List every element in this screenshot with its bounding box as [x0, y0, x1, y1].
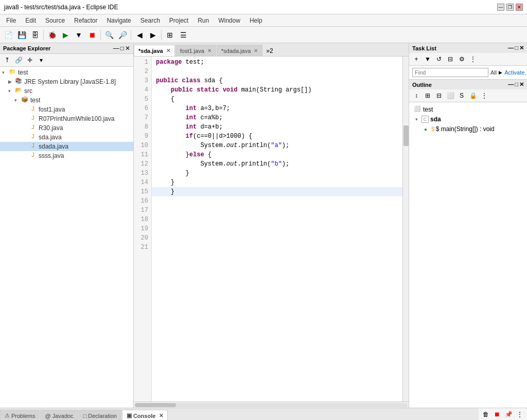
editor-vertical-scrollbar[interactable]	[402, 57, 409, 401]
editor-horizontal-scrollbar[interactable]	[134, 401, 409, 408]
close-button[interactable]: ✕	[516, 4, 523, 11]
tab-sda-close-icon[interactable]: ✕	[166, 48, 170, 53]
outline-sort-button[interactable]: ↕	[411, 90, 421, 101]
tl-settings-button[interactable]: ⚙	[456, 54, 467, 64]
tree-item-ssss[interactable]: ▶ J ssss.java	[0, 151, 133, 160]
new-button[interactable]: 📄	[2, 29, 14, 41]
console-clear-button[interactable]: 🗑	[481, 409, 491, 419]
outline-group-button[interactable]: ⊞	[423, 90, 433, 101]
menu-window[interactable]: Window	[214, 16, 244, 25]
h-scroll-thumb[interactable]	[135, 403, 176, 407]
editor-scrollbar-thumb[interactable]	[403, 125, 409, 146]
outline-minimize-icon[interactable]: —	[508, 81, 514, 88]
tab-fost1-close-icon[interactable]: ✕	[207, 48, 212, 53]
task-list-activate-button[interactable]: Activate...	[504, 69, 527, 76]
minimize-button[interactable]: —	[497, 4, 504, 11]
pe-new-button[interactable]: ✛	[25, 55, 35, 65]
tree-item-r30[interactable]: ▶ J R30.java	[0, 123, 133, 133]
menu-search[interactable]: Search	[136, 16, 164, 25]
outline-maximize-icon[interactable]: □	[515, 81, 518, 88]
tab-overflow-button[interactable]: »2	[263, 46, 276, 56]
tab-sdada[interactable]: *sdada.java ✕	[217, 45, 263, 56]
tab-fost1[interactable]: fost1.java ✕	[175, 45, 216, 56]
tab-javadoc[interactable]: @ Javadoc	[40, 410, 78, 420]
task-list-all-button[interactable]: All	[490, 69, 497, 76]
no-arrow: ▶	[23, 107, 29, 112]
outline-hide-static-button[interactable]: S	[456, 90, 467, 101]
outline-filter-button[interactable]: ⊟	[434, 90, 444, 101]
code-editor[interactable]: 1234 5678 9101112 13141516 17181920 21 p…	[134, 57, 409, 401]
view-button[interactable]: ☰	[177, 29, 189, 41]
tree-item-src[interactable]: ▾ 📂 src	[0, 86, 133, 96]
outline-close-icon[interactable]: ✕	[519, 81, 524, 88]
tl-filter-button[interactable]: ▼	[423, 54, 433, 64]
pe-collapse-all-button[interactable]: ⤒	[2, 55, 12, 65]
save-button[interactable]: 💾	[15, 29, 28, 41]
tl-refresh-button[interactable]: ↺	[434, 54, 444, 64]
console-pin-button[interactable]: 📌	[503, 409, 514, 419]
tab-sda[interactable]: *sda.java ✕	[134, 45, 175, 56]
outline-item-sda-class[interactable]: ▾ C sda	[411, 115, 525, 124]
tl-new-button[interactable]: +	[411, 54, 421, 64]
expand-arrow[interactable]: ▾	[2, 70, 8, 75]
menu-edit[interactable]: Edit	[21, 16, 40, 25]
menu-help[interactable]: Help	[245, 16, 267, 25]
expand-arrow[interactable]: ▶	[8, 79, 14, 84]
outline-more-button[interactable]: ⋮	[479, 90, 489, 101]
save-all-button[interactable]: 🗄	[29, 29, 41, 41]
next-edit-button[interactable]: ▶	[147, 29, 159, 41]
tab-problems[interactable]: ⚠ Problems	[0, 410, 40, 420]
tree-label-sdada: sdada.java	[39, 143, 68, 150]
stop-button[interactable]: ⏹	[86, 29, 98, 41]
outline-expand-arrow[interactable]: ▾	[415, 117, 421, 122]
pe-menu-button[interactable]: ▾	[36, 55, 46, 65]
tab-sdada-close-icon[interactable]: ✕	[254, 48, 258, 53]
pe-link-editor-button[interactable]: 🔗	[13, 55, 24, 65]
pe-minimize-icon[interactable]: —	[113, 45, 119, 52]
outline-hide-nonpublic-button[interactable]: 🔒	[468, 90, 478, 101]
run-button[interactable]: ▶	[59, 29, 72, 41]
open-type-button[interactable]: 🔍	[103, 29, 115, 41]
console-stop-button[interactable]: ⏹	[492, 409, 502, 419]
task-list-search-input[interactable]	[412, 68, 488, 77]
outline-item-test-package[interactable]: ⬜ test	[411, 104, 525, 115]
tl-more-button[interactable]: ⋮	[468, 54, 478, 64]
tab-declaration[interactable]: □ Declaration	[79, 410, 121, 420]
tl-collapse-button[interactable]: ⊟	[445, 54, 455, 64]
outline-hide-fields-button[interactable]: ⬜	[445, 90, 455, 101]
run-dropdown[interactable]: ▼	[73, 29, 85, 41]
prev-edit-button[interactable]: ◀	[133, 29, 146, 41]
outline-item-main-method[interactable]: ● S $ main(String[]) : void	[411, 124, 525, 134]
menu-refactor[interactable]: Refactor	[70, 16, 101, 25]
tree-item-r07[interactable]: ▶ J R07PrintNumWhile100.java	[0, 114, 133, 123]
tl-maximize-icon[interactable]: □	[515, 45, 518, 51]
menu-project[interactable]: Project	[165, 16, 192, 25]
pe-close-icon[interactable]: ✕	[125, 45, 130, 52]
java-icon: J	[29, 124, 37, 132]
tab-console-close-icon[interactable]: ✕	[159, 413, 163, 418]
tab-console[interactable]: ▣ Console ✕	[122, 410, 168, 420]
perspective-button[interactable]: ⊞	[164, 29, 176, 41]
console-more-button[interactable]: ⋮	[515, 409, 525, 419]
code-content[interactable]: package test; public class sda { public …	[152, 57, 402, 401]
tree-item-test-package[interactable]: ▾ 📦 test	[0, 96, 133, 105]
tree-item-sdada[interactable]: ▶ J sdada.java	[0, 142, 133, 151]
menu-run[interactable]: Run	[194, 16, 213, 25]
tree-item-test-project[interactable]: ▾ 📁 test	[0, 68, 133, 77]
pe-maximize-icon[interactable]: □	[120, 45, 124, 52]
editor-area: *sda.java ✕ fost1.java ✕ *sdada.java ✕ »…	[134, 43, 409, 408]
search-button[interactable]: 🔎	[116, 29, 129, 41]
tree-item-jre[interactable]: ▶ 📚 JRE System Library [JavaSE-1.8]	[0, 77, 133, 86]
tree-item-fost1[interactable]: ▶ J fost1.java	[0, 105, 133, 114]
menu-navigate[interactable]: Navigate	[102, 16, 135, 25]
menu-file[interactable]: File	[2, 16, 20, 25]
debug-button[interactable]: 🐞	[46, 29, 58, 41]
tab-console-label: Console	[133, 413, 155, 419]
expand-arrow[interactable]: ▾	[8, 88, 14, 94]
tl-close-icon[interactable]: ✕	[519, 45, 524, 51]
maximize-button[interactable]: ❐	[506, 4, 514, 11]
tree-item-sda[interactable]: ▶ J sda.java	[0, 133, 133, 142]
menu-source[interactable]: Source	[41, 16, 69, 25]
expand-arrow[interactable]: ▾	[14, 98, 21, 103]
tl-minimize-icon[interactable]: —	[508, 45, 514, 51]
